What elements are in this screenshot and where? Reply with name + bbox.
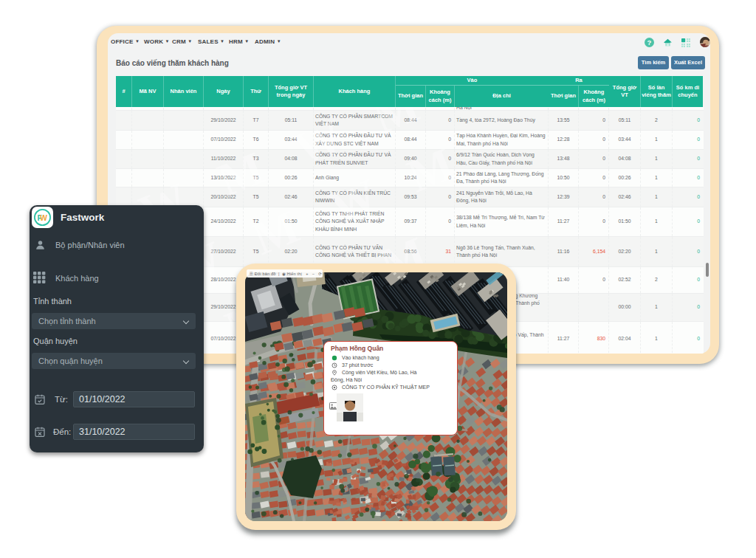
svg-text:W: W <box>40 213 47 222</box>
svg-text:?: ? <box>647 38 652 46</box>
